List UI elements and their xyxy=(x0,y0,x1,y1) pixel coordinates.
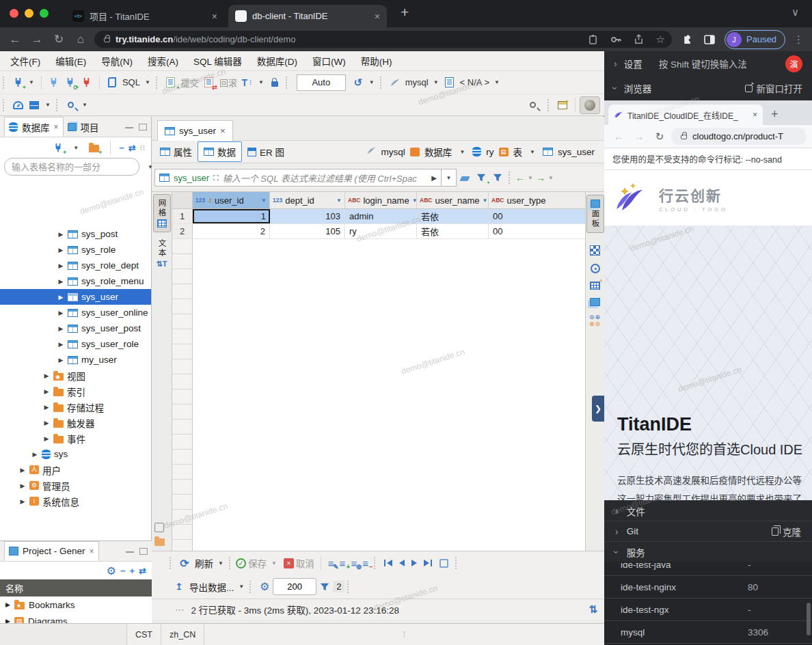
embedded-url-bar[interactable]: cloudtogo.cn/product-T xyxy=(671,128,807,145)
browser-menu-icon[interactable]: ⋮ xyxy=(794,33,804,46)
column-header-user_id[interactable]: 123 ⚷ user_id ▼ xyxy=(193,192,270,208)
schema-dropdown-icon[interactable]: ▼ xyxy=(494,79,500,85)
cell-user_id[interactable]: 1 xyxy=(193,209,270,223)
panel-toggle-button[interactable]: 面板 xyxy=(586,195,604,233)
new-tab-icon[interactable]: + xyxy=(771,107,779,122)
row-number[interactable]: 1 xyxy=(172,209,193,223)
reload-icon[interactable]: ↻ xyxy=(48,32,70,46)
breadcrumb-connection[interactable]: mysql xyxy=(381,147,405,157)
menu-search[interactable]: 搜索(A) xyxy=(140,54,186,68)
sort-icon[interactable]: ▼ xyxy=(412,197,417,204)
browser-tab-project[interactable]: <t> 项目 - TitanIDE × xyxy=(66,5,224,27)
nav-back-dropdown-icon[interactable]: ▼ xyxy=(528,175,533,181)
gear-icon[interactable]: ⚙ xyxy=(107,564,116,577)
tab-project-general[interactable]: Project - Gener × xyxy=(4,541,99,561)
lock-icon[interactable] xyxy=(268,76,282,90)
commit-label[interactable]: 提交 xyxy=(181,76,199,89)
project-item-bookmarks[interactable]: ▶★Bookmarks xyxy=(0,596,152,613)
user-avatar-button[interactable] xyxy=(580,96,600,114)
search-dropdown-icon[interactable]: ▼ xyxy=(82,102,87,108)
export-label[interactable]: 导出数据... xyxy=(189,580,234,594)
data-transfer-icon[interactable] xyxy=(27,98,41,112)
tree-node-system-info[interactable]: ▶i系统信息 xyxy=(0,493,151,509)
corner-cell[interactable] xyxy=(172,192,193,208)
tree-table-sys_user_role[interactable]: ▶sys_user_role xyxy=(0,336,151,352)
nav-forward-icon[interactable]: → xyxy=(536,172,545,183)
collapsed-panel-handle[interactable]: ❯ xyxy=(592,396,604,422)
metadata-panel-icon[interactable] xyxy=(590,298,600,306)
tab-close-icon[interactable]: × xyxy=(90,547,94,556)
value-viewer-icon[interactable] xyxy=(590,245,600,256)
mac-close-button[interactable] xyxy=(10,9,18,18)
add-row-icon[interactable]: ≡+ xyxy=(340,558,346,569)
profile-button[interactable]: J Paused xyxy=(725,30,785,49)
services-section-row[interactable]: › 服务 xyxy=(604,541,812,562)
refresh-dropdown-icon[interactable]: ▼ xyxy=(218,560,224,566)
mac-zoom-button[interactable] xyxy=(40,9,49,18)
nav-back-icon[interactable]: ← xyxy=(515,172,525,183)
rollback-label[interactable]: 回滚 xyxy=(219,76,237,89)
new-connection-dropdown-icon[interactable]: ▼ xyxy=(29,79,34,85)
grid-row-1[interactable]: 1 1 103 admin 若依 00 xyxy=(172,209,585,224)
previous-row-icon[interactable] xyxy=(399,560,405,566)
breadcrumb-database[interactable]: ry xyxy=(486,147,493,157)
tab-close-icon[interactable]: × xyxy=(212,11,217,22)
browser-tab-dbclient[interactable]: db-client - TitanIDE × xyxy=(228,5,387,27)
history-dropdown-icon[interactable]: ▼ xyxy=(369,79,375,85)
grid-row-2[interactable]: 2 2 105 ry 若依 00 xyxy=(172,224,585,239)
menu-navigate[interactable]: 导航(N) xyxy=(94,54,140,68)
forward-icon[interactable]: → xyxy=(26,33,48,46)
status-more-icon[interactable]: ⋯ xyxy=(175,604,185,615)
tree-table-sys_user_post[interactable]: ▶sys_user_post xyxy=(0,320,151,336)
transfer-dropdown-icon[interactable]: ▼ xyxy=(45,102,51,108)
embedded-tab[interactable]: TitanIDE_CloudIDE_在线IDE_ × xyxy=(608,105,763,125)
new-connection-icon[interactable]: + xyxy=(11,76,25,90)
back-icon[interactable]: ← xyxy=(4,33,26,46)
sort-icon[interactable]: ▼ xyxy=(261,197,267,204)
aggregate-icon[interactable]: + xyxy=(590,282,600,290)
table-dropdown-icon[interactable]: ▼ xyxy=(530,149,535,155)
tree-node-users[interactable]: ▶人用户 xyxy=(0,462,151,478)
cell-dept_id[interactable]: 105 xyxy=(270,224,345,238)
menu-file[interactable]: 文件(F) xyxy=(3,54,48,68)
database-dropdown-icon[interactable]: ▼ xyxy=(459,149,465,155)
settings-gear-icon[interactable]: ⚙ xyxy=(258,580,271,594)
new-connection-icon[interactable]: + xyxy=(51,141,65,154)
save-filter-icon[interactable]: ▪ xyxy=(474,171,488,184)
last-row-icon[interactable] xyxy=(424,560,432,566)
page-size-input[interactable] xyxy=(273,578,316,595)
menu-sql-editor[interactable]: SQL 编辑器 xyxy=(186,54,249,68)
grouping-panel-icon[interactable]: ⊜⊕⊗⊜ xyxy=(589,314,601,328)
tree-table-sys_role_menu[interactable]: ▶sys_role_menu xyxy=(0,273,151,289)
breadcrumb-table[interactable]: sys_user xyxy=(558,147,595,157)
collapse-all-icon[interactable]: − xyxy=(119,143,124,153)
cell-user_id[interactable]: 2 xyxy=(193,224,270,238)
menu-help[interactable]: 帮助(H) xyxy=(353,54,400,68)
git-section-row[interactable]: › Git 克隆 xyxy=(604,521,812,541)
link-editor-icon[interactable]: ⇄ xyxy=(128,143,136,153)
settings-section-row[interactable]: › 设置 按 Shift 键切换输入法 演 xyxy=(604,51,812,76)
grid-view-button[interactable]: 网格 xyxy=(153,194,171,232)
nav-forward-dropdown-icon[interactable]: ▼ xyxy=(548,175,554,181)
tab-search-chevron-icon[interactable]: ∨ xyxy=(791,6,799,18)
service-row[interactable]: ide-test-java - xyxy=(604,563,812,576)
cell-user_name[interactable]: 若依 xyxy=(417,209,489,223)
records-icon[interactable] xyxy=(154,538,165,546)
scrollbar-thumb[interactable] xyxy=(807,603,811,635)
service-row[interactable]: mysql 3306 xyxy=(604,621,812,644)
new-folder-icon[interactable]: + xyxy=(87,141,100,154)
tree-folder-events[interactable]: ▶事件 xyxy=(0,430,151,446)
password-key-icon[interactable] xyxy=(610,34,621,45)
tree-table-sys_post[interactable]: ▶sys_post xyxy=(0,226,151,242)
open-perspective-icon[interactable]: ✦ xyxy=(556,98,569,112)
sort-status-icon[interactable]: ⇅ xyxy=(588,603,597,616)
connect-icon[interactable] xyxy=(47,76,61,90)
cell-login_name[interactable]: admin xyxy=(345,209,417,223)
expand-icon[interactable]: ⛶ xyxy=(213,174,219,182)
tree-table-sys_role_dept[interactable]: ▶sys_role_dept xyxy=(0,258,151,273)
tab-properties[interactable]: 属性 xyxy=(154,142,198,161)
ime-badge[interactable]: 演 xyxy=(785,55,802,72)
share-icon[interactable] xyxy=(634,34,644,44)
tab-project[interactable]: 项目 xyxy=(64,117,103,137)
sql-editor-icon[interactable] xyxy=(105,76,119,90)
